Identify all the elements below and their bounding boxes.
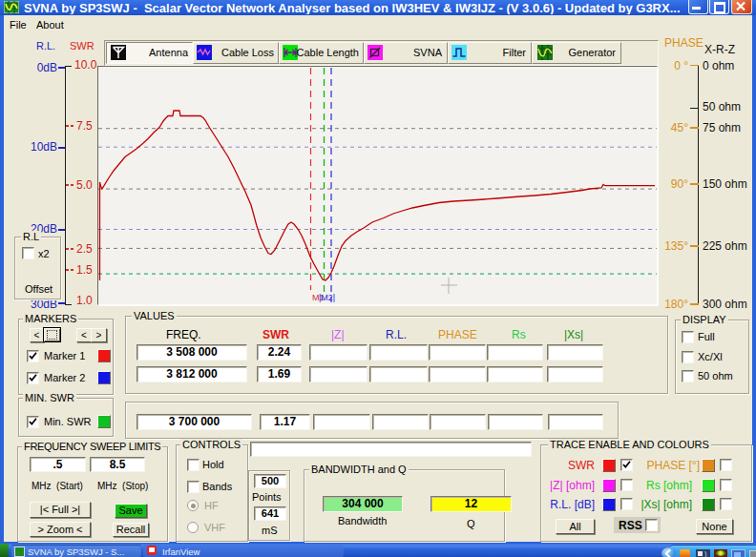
svg-text:|M2|: |M2| <box>319 293 335 302</box>
